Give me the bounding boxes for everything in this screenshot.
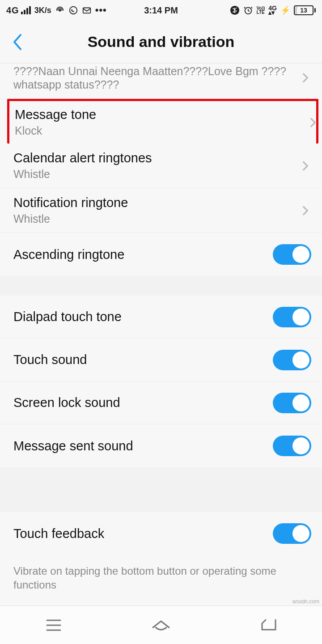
battery-icon: 13 <box>294 5 316 15</box>
svg-point-0 <box>59 9 61 11</box>
section-gap <box>0 276 322 296</box>
hotspot-icon <box>55 5 65 15</box>
watermark: wsxdn.com <box>292 598 319 605</box>
section-feedback: Touch feedback Vibrate on tapping the bo… <box>0 512 322 605</box>
row-message-tone[interactable]: Message tone Klock <box>7 99 318 144</box>
chevron-right-icon <box>307 117 319 128</box>
message-sent-sound-label: Message sent sound <box>13 439 273 453</box>
nav-back-button[interactable] <box>255 616 282 634</box>
message-tone-label: Message tone <box>15 107 307 122</box>
touch-feedback-label: Touch feedback <box>13 526 273 541</box>
row-touch-feedback[interactable]: Touch feedback <box>0 512 322 555</box>
message-sent-sound-toggle[interactable] <box>273 436 311 456</box>
section-sounds: Dialpad touch tone Touch sound Screen lo… <box>0 296 322 467</box>
network-label: 4G <box>6 5 19 16</box>
touch-feedback-toggle[interactable] <box>273 523 311 544</box>
message-tone-value: Klock <box>15 124 307 137</box>
row-screen-lock-sound[interactable]: Screen lock sound <box>0 381 322 424</box>
ascending-ringtone-toggle[interactable] <box>273 244 311 265</box>
touch-feedback-description: Vibrate on tapping the bottom button or … <box>0 555 322 605</box>
alarm-icon <box>243 5 253 15</box>
header: Sound and vibration <box>0 21 322 64</box>
row-calendar-alert[interactable]: Calendar alert ringtones Whistle <box>0 144 322 188</box>
volte-icon: Vo))LTE <box>257 6 265 14</box>
ascending-ringtone-label: Ascending ringtone <box>13 247 273 262</box>
nav-recents-button[interactable] <box>40 616 67 634</box>
dialpad-tone-toggle[interactable] <box>273 307 311 327</box>
status-left: 4G 3K/s ••• <box>6 4 107 16</box>
svg-point-3 <box>230 6 239 15</box>
chevron-right-icon <box>300 205 311 216</box>
row-dialpad-tone[interactable]: Dialpad touch tone <box>0 296 322 339</box>
network-type: 4G <box>6 5 31 16</box>
page-title: Sound and vibration <box>0 33 322 51</box>
charging-icon: ⚡ <box>280 5 290 15</box>
row-touch-sound[interactable]: Touch sound <box>0 339 322 381</box>
net2-icon: 4G▴▾ <box>268 6 277 15</box>
incoming-ringtone-value: ????Naan Unnai Neenga Maatten????Love Bg… <box>13 64 300 91</box>
whatsapp-icon <box>68 5 78 15</box>
status-bar: 4G 3K/s ••• 3:14 PM Vo))LTE 4G▴▾ ⚡ 13 <box>0 0 322 21</box>
back-button[interactable] <box>9 33 27 51</box>
calendar-alert-label: Calendar alert ringtones <box>13 151 300 165</box>
data-speed: 3K/s <box>34 6 51 15</box>
bluetooth-icon <box>230 5 240 15</box>
screen-lock-sound-label: Screen lock sound <box>13 395 273 410</box>
touch-sound-label: Touch sound <box>13 352 273 367</box>
signal-bars-icon <box>21 6 31 14</box>
dialpad-tone-label: Dialpad touch tone <box>13 309 273 324</box>
row-notification-ringtone[interactable]: Notification ringtone Whistle <box>0 188 322 233</box>
row-message-sent-sound[interactable]: Message sent sound <box>0 424 322 467</box>
notification-ringtone-value: Whistle <box>13 212 300 225</box>
chevron-right-icon <box>300 72 311 84</box>
more-icon: ••• <box>95 4 107 16</box>
nav-home-button[interactable] <box>148 616 174 634</box>
section-ringtones: ????Naan Unnai Neenga Maatten????Love Bg… <box>0 64 322 276</box>
svg-point-1 <box>69 7 77 14</box>
touch-sound-toggle[interactable] <box>273 350 311 370</box>
status-right: Vo))LTE 4G▴▾ ⚡ 13 <box>230 5 316 15</box>
mail-icon <box>82 5 92 15</box>
calendar-alert-value: Whistle <box>13 167 300 181</box>
notification-ringtone-label: Notification ringtone <box>13 195 300 210</box>
screen-lock-sound-toggle[interactable] <box>273 393 311 413</box>
row-incoming-ringtone[interactable]: ????Naan Unnai Neenga Maatten????Love Bg… <box>0 64 322 99</box>
section-gap <box>0 467 322 512</box>
row-ascending-ringtone[interactable]: Ascending ringtone <box>0 233 322 276</box>
svg-rect-2 <box>83 8 90 13</box>
chevron-right-icon <box>300 160 311 172</box>
navigation-bar <box>0 606 322 644</box>
